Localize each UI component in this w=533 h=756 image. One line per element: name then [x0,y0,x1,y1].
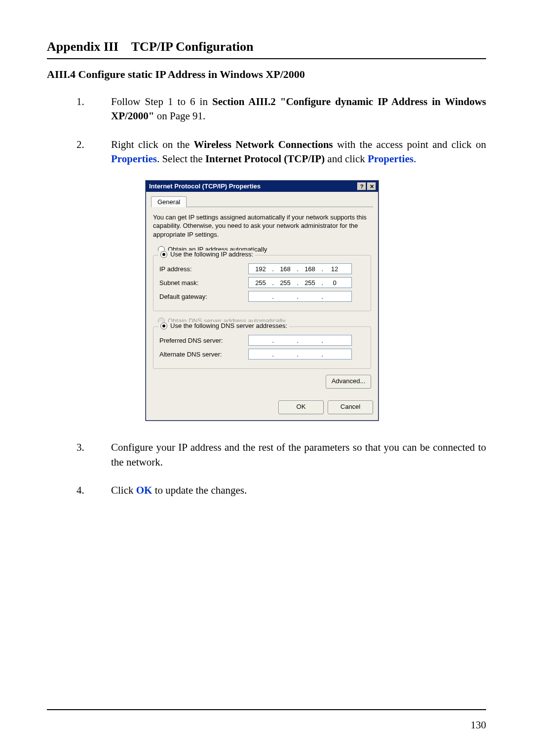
tab-row: General [151,196,373,207]
close-button[interactable]: ✕ [367,182,376,190]
step-4-prefix: Click [111,484,136,496]
step-3: 3. Configure your IP address and the res… [76,440,486,469]
radio-use-dns-label: Use the following DNS server addresses: [170,322,287,329]
appendix-subject: TCP/IP Configuration [131,39,254,54]
step-3-text: Configure your IP address and the rest o… [111,441,486,468]
ip-oct-3: 168 [300,265,320,273]
step-1-num: 1. [76,95,111,124]
step-2-mid3: and click [325,153,368,165]
alt-dns-input[interactable]: . . . [248,349,352,360]
ip-address-input[interactable]: 192. 168. 168. 12 [248,263,352,274]
radio-icon [160,323,167,329]
step-2-num: 2. [76,138,111,167]
pref-dns-input[interactable]: . . . [248,335,352,346]
tab-general[interactable]: General [151,196,187,207]
step-1-suffix: on Page 91. [154,110,206,122]
dialog-screenshot: Internet Protocol (TCP/IP) Properties ? … [146,180,486,421]
appendix-title: Appendix III [47,39,118,54]
label-pref-dns: Preferred DNS server: [159,337,248,344]
step-2-bold2: Internet Protocol (TCP/IP) [205,153,325,165]
section-title: AIII.4 Configure static IP Address in Wi… [47,68,486,81]
step-2-mid2: . Select the [157,153,205,165]
page-header: Appendix III TCP/IP Configuration [47,39,486,54]
cancel-button[interactable]: Cancel [328,400,373,414]
gateway-input[interactable]: . . . [248,291,352,302]
ip-group: Use the following IP address: IP address… [153,255,371,311]
mask-oct-3: 255 [300,279,320,287]
step-2-suffix: . [414,153,416,165]
page-footer: 130 [47,706,486,731]
step-2: 2. Right click on the Wireless Network C… [76,138,486,167]
radio-use-ip-label: Use the following IP address: [170,251,253,258]
step-1: 1. Follow Step 1 to 6 in Section AIII.2 … [76,95,486,124]
help-button[interactable]: ? [357,182,366,190]
subnet-mask-input[interactable]: 255. 255. 255. 0 [248,277,352,288]
mask-oct-4: 0 [325,279,344,287]
step-2-mid1: with the access point and click on [333,139,486,150]
radio-use-dns[interactable]: Use the following DNS server addresses: [158,322,289,329]
page-number: 130 [47,719,486,731]
dialog-titlebar: Internet Protocol (TCP/IP) Properties ? … [146,181,378,192]
ip-oct-2: 168 [275,265,295,273]
mask-oct-1: 255 [251,279,270,287]
dialog-explain: You can get IP settings assigned automat… [153,213,371,239]
ip-oct-4: 12 [325,265,344,273]
radio-icon [160,251,167,258]
advanced-button[interactable]: Advanced... [326,375,371,389]
radio-use-ip[interactable]: Use the following IP address: [158,251,255,258]
dialog-title: Internet Protocol (TCP/IP) Properties [149,182,261,190]
label-ip: IP address: [159,265,248,273]
step-2-blue2: Properties [368,153,414,165]
step-4-suffix: to update the changes. [152,484,247,496]
ip-oct-1: 192 [251,265,270,273]
step-4-blue: OK [136,484,152,496]
step-3-num: 3. [76,440,111,469]
step-4-num: 4. [76,483,111,498]
step-2-blue1: Properties [111,153,157,165]
steps-list-continued: 3. Configure your IP address and the res… [76,440,486,498]
mask-oct-2: 255 [275,279,295,287]
step-2-prefix: Right click on the [111,139,194,150]
header-rule [47,58,486,59]
steps-list: 1. Follow Step 1 to 6 in Section AIII.2 … [76,95,486,167]
step-1-prefix: Follow Step 1 to 6 in [111,96,212,108]
label-gateway: Default gateway: [159,293,248,300]
ok-button[interactable]: OK [278,400,324,414]
step-4: 4. Click OK to update the changes. [76,483,486,498]
dialog-body: General You can get IP settings assigned… [146,192,378,396]
label-alt-dns: Alternate DNS server: [159,351,248,358]
tcpip-properties-dialog: Internet Protocol (TCP/IP) Properties ? … [146,180,379,421]
label-mask: Subnet mask: [159,279,248,287]
step-2-bold1: Wireless Network Connections [194,139,333,150]
footer-rule [47,709,486,710]
dns-group: Use the following DNS server addresses: … [153,326,371,369]
